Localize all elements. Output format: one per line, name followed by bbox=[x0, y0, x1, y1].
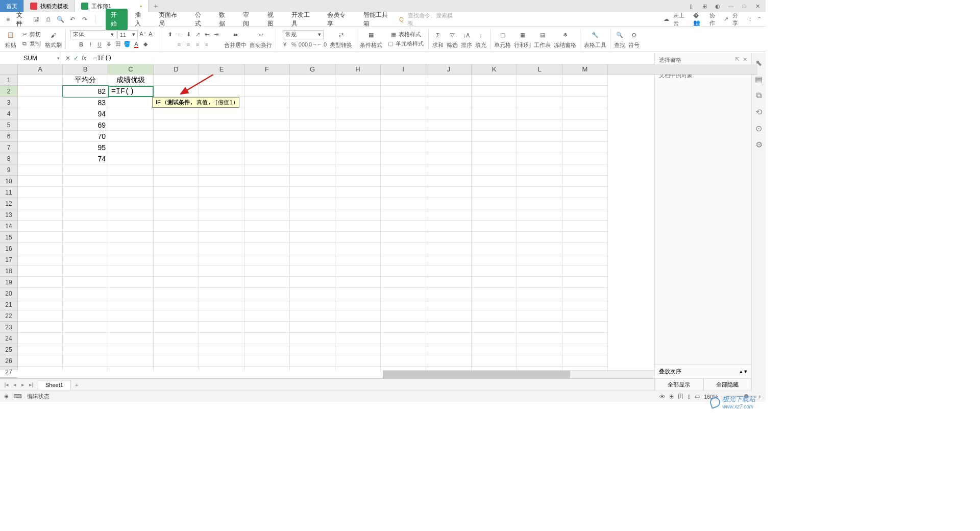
cell-M15[interactable] bbox=[562, 232, 608, 243]
cell-B20[interactable] bbox=[63, 288, 108, 299]
cell-L15[interactable] bbox=[517, 232, 562, 243]
sum-button[interactable]: Σ求和 bbox=[431, 29, 445, 50]
maximize-icon[interactable]: □ bbox=[740, 3, 748, 10]
cell-A9[interactable] bbox=[18, 164, 63, 176]
table-tools-button[interactable]: 🔧表格工具 bbox=[583, 29, 607, 50]
cell-C12[interactable] bbox=[108, 198, 154, 209]
cell-E12[interactable] bbox=[199, 198, 244, 209]
cell-G4[interactable] bbox=[290, 108, 335, 119]
cell-D11[interactable] bbox=[154, 187, 199, 198]
property-icon[interactable]: ▤ bbox=[754, 75, 764, 84]
apps-icon[interactable]: ⊞ bbox=[700, 3, 708, 10]
cell-C21[interactable] bbox=[108, 299, 154, 310]
cell-B7[interactable]: 95 bbox=[63, 142, 108, 153]
hide-all-button[interactable]: 全部隐藏 bbox=[703, 378, 752, 391]
hamburger-icon[interactable]: ≡ bbox=[4, 15, 12, 23]
cell-F22[interactable] bbox=[244, 310, 290, 322]
cell-B14[interactable] bbox=[63, 221, 108, 232]
cell-A11[interactable] bbox=[18, 187, 63, 198]
cell-I24[interactable] bbox=[381, 333, 426, 344]
cell-K25[interactable] bbox=[472, 344, 517, 355]
cell-F27[interactable] bbox=[244, 367, 290, 370]
highlight-icon[interactable]: ◆ bbox=[141, 40, 150, 49]
cell-L13[interactable] bbox=[517, 209, 562, 221]
cell-I22[interactable] bbox=[381, 310, 426, 322]
cell-A7[interactable] bbox=[18, 142, 63, 153]
cell-A13[interactable] bbox=[18, 209, 63, 221]
menu-tab-data[interactable]: 数据 bbox=[214, 9, 236, 30]
cell-D23[interactable] bbox=[154, 322, 199, 333]
cell-B18[interactable] bbox=[63, 266, 108, 277]
cell-E15[interactable] bbox=[199, 232, 244, 243]
cell-M18[interactable] bbox=[562, 266, 608, 277]
cell-F6[interactable] bbox=[244, 131, 290, 142]
show-all-button[interactable]: 全部显示 bbox=[655, 378, 703, 391]
cell-L27[interactable] bbox=[517, 367, 562, 370]
row-header-22[interactable]: 22 bbox=[0, 310, 17, 322]
cell-H22[interactable] bbox=[335, 310, 381, 322]
font-name-select[interactable]: 宋体▾ bbox=[70, 30, 116, 39]
cloud-label[interactable]: 未上云 bbox=[673, 12, 689, 27]
cell-G24[interactable] bbox=[290, 333, 335, 344]
cell-F8[interactable] bbox=[244, 153, 290, 164]
cell-B10[interactable] bbox=[63, 176, 108, 187]
cell-L17[interactable] bbox=[517, 254, 562, 266]
cell-A24[interactable] bbox=[18, 333, 63, 344]
cell-E9[interactable] bbox=[199, 164, 244, 176]
cell-H17[interactable] bbox=[335, 254, 381, 266]
cell-K16[interactable] bbox=[472, 243, 517, 254]
cell-B17[interactable] bbox=[63, 254, 108, 266]
decimal-inc-icon[interactable]: .0→ bbox=[308, 40, 316, 49]
cell-M26[interactable] bbox=[562, 355, 608, 367]
cell-K19[interactable] bbox=[472, 277, 517, 288]
cell-K23[interactable] bbox=[472, 322, 517, 333]
keyboard-icon[interactable]: ⌨ bbox=[14, 393, 22, 400]
cell-L8[interactable] bbox=[517, 153, 562, 164]
row-header-21[interactable]: 21 bbox=[0, 299, 17, 310]
wrap-button[interactable]: ↩自动换行 bbox=[249, 29, 273, 50]
cell-E24[interactable] bbox=[199, 333, 244, 344]
row-header-23[interactable]: 23 bbox=[0, 322, 17, 333]
cell-D9[interactable] bbox=[154, 164, 199, 176]
cell-G15[interactable] bbox=[290, 232, 335, 243]
increase-font-icon[interactable]: A⁺ bbox=[139, 30, 147, 38]
cell-G12[interactable] bbox=[290, 198, 335, 209]
percent-icon[interactable]: % bbox=[290, 40, 298, 49]
cell-A22[interactable] bbox=[18, 310, 63, 322]
cell-G21[interactable] bbox=[290, 299, 335, 310]
fill-button[interactable]: ↓填充 bbox=[474, 29, 487, 50]
cell-C23[interactable] bbox=[108, 322, 154, 333]
sheet-first-icon[interactable]: |◂ bbox=[3, 381, 10, 388]
cell-F15[interactable] bbox=[244, 232, 290, 243]
cell-C18[interactable] bbox=[108, 266, 154, 277]
cell-A17[interactable] bbox=[18, 254, 63, 266]
cell-H14[interactable] bbox=[335, 221, 381, 232]
cell-B9[interactable] bbox=[63, 164, 108, 176]
cell-F26[interactable] bbox=[244, 355, 290, 367]
horizontal-scroll-thumb[interactable] bbox=[383, 371, 570, 378]
cell-J20[interactable] bbox=[426, 288, 472, 299]
cell-I11[interactable] bbox=[381, 187, 426, 198]
cell-A6[interactable] bbox=[18, 131, 63, 142]
cut-icon[interactable]: ✂ bbox=[20, 31, 29, 39]
order-up-icon[interactable]: ▴ bbox=[740, 368, 743, 374]
cell-B12[interactable] bbox=[63, 198, 108, 209]
more-icon[interactable]: ⋮ bbox=[747, 16, 753, 22]
cell-G27[interactable] bbox=[290, 367, 335, 370]
col-header-C[interactable]: C bbox=[108, 64, 154, 74]
align-middle-icon[interactable]: ≡ bbox=[175, 31, 183, 39]
cell-I19[interactable] bbox=[381, 277, 426, 288]
cell-E5[interactable] bbox=[199, 119, 244, 131]
cell-I26[interactable] bbox=[381, 355, 426, 367]
cell-A15[interactable] bbox=[18, 232, 63, 243]
cell-J1[interactable] bbox=[426, 75, 472, 86]
cell-H27[interactable] bbox=[335, 367, 381, 370]
cell-F24[interactable] bbox=[244, 333, 290, 344]
cell-L22[interactable] bbox=[517, 310, 562, 322]
cell-M9[interactable] bbox=[562, 164, 608, 176]
cell-button[interactable]: ▢单元格 bbox=[493, 29, 512, 50]
col-header-I[interactable]: I bbox=[381, 64, 426, 74]
cell-J6[interactable] bbox=[426, 131, 472, 142]
cell-J14[interactable] bbox=[426, 221, 472, 232]
cell-E14[interactable] bbox=[199, 221, 244, 232]
